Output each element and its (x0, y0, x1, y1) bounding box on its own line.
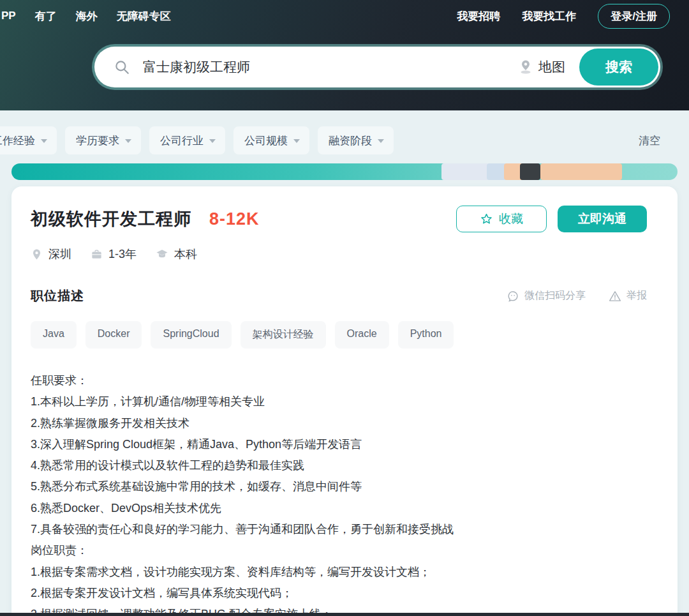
nav-item[interactable]: 海外 (76, 9, 98, 24)
filter-label: 学历要求 (76, 133, 119, 148)
description-line: 任职要求： (31, 370, 647, 391)
job-detail-card: 初级软件开发工程师 8-12K 收藏 立即沟通 深圳 1-3年 本科 (11, 186, 678, 616)
chevron-down-icon (378, 139, 384, 143)
filter-dropdowns: 工作经验 学历要求 公司行业 公司规模 融资阶段 (0, 126, 394, 154)
filter-dropdown[interactable]: 融资阶段 (318, 126, 394, 154)
top-header: PP有了海外无障碍专区 我要招聘我要找工作 登录/注册 地图 (0, 0, 689, 110)
top-nav: PP有了海外无障碍专区 我要招聘我要找工作 登录/注册 (0, 0, 689, 28)
wechat-share-button[interactable]: 微信扫码分享 (507, 289, 586, 303)
location-pin-icon (31, 248, 43, 260)
nav-item[interactable]: 无障碍专区 (117, 9, 171, 24)
skill-tag: Oracle (335, 321, 389, 349)
search-row: 地图 搜索 (0, 47, 689, 87)
skill-tag: Java (31, 321, 77, 349)
clear-filters-button[interactable]: 清空 (639, 133, 660, 148)
nav-item[interactable]: 有了 (35, 9, 57, 24)
job-experience: 1-3年 (91, 246, 137, 262)
job-meta: 深圳 1-3年 本科 (31, 246, 647, 262)
description-line: 3.深入理解Spring Cloud框架，精通Java、Python等后端开发语… (31, 434, 647, 455)
description-line: 6.熟悉Docker、DevOps相关技术优先 (31, 498, 647, 519)
chevron-down-icon (41, 139, 47, 143)
star-icon (480, 213, 493, 226)
map-label: 地图 (538, 58, 565, 76)
skill-tag: 架构设计经验 (241, 321, 326, 349)
banner-illustration-shape (520, 163, 540, 180)
job-education: 本科 (156, 246, 197, 262)
chat-now-button[interactable]: 立即沟通 (558, 206, 647, 232)
filter-dropdown[interactable]: 公司规模 (233, 126, 309, 154)
job-salary: 8-12K (209, 209, 260, 229)
job-education-text: 本科 (174, 246, 197, 262)
chevron-down-icon (293, 139, 300, 143)
job-location: 深圳 (31, 246, 71, 262)
filter-label: 公司规模 (244, 133, 288, 148)
job-location-text: 深圳 (48, 246, 71, 262)
favorite-label: 收藏 (499, 211, 523, 227)
bottom-edge-bar (0, 613, 689, 616)
promo-banner (11, 163, 678, 180)
search-bar: 地图 搜索 (94, 47, 660, 87)
banner-illustration-shape (540, 163, 622, 180)
job-actions: 收藏 立即沟通 (456, 206, 647, 232)
description-line: 4.熟悉常用的设计模式以及软件工程的趋势和最佳实践 (31, 455, 647, 476)
map-pin-icon (518, 59, 533, 75)
favorite-button[interactable]: 收藏 (456, 206, 547, 232)
wechat-share-icon (507, 290, 519, 303)
description-line: 2.熟练掌握微服务开发相关技术 (31, 413, 647, 434)
filter-label: 融资阶段 (329, 133, 372, 148)
nav-right: 我要招聘我要找工作 登录/注册 (457, 4, 670, 29)
job-description: 任职要求：1.本科以上学历，计算机/通信/物理等相关专业2.熟练掌握微服务开发相… (31, 370, 647, 616)
login-register-button[interactable]: 登录/注册 (598, 4, 670, 29)
filter-dropdown[interactable]: 公司行业 (149, 126, 225, 154)
nav-item[interactable]: 我要招聘 (457, 9, 500, 24)
report-button[interactable]: 举报 (609, 289, 647, 303)
skill-tags: JavaDockerSpringCloud架构设计经验OraclePython (31, 321, 647, 349)
search-button[interactable]: 搜索 (579, 49, 658, 86)
wechat-share-label: 微信扫码分享 (524, 289, 586, 303)
description-line: 5.熟悉分布式系统基础设施中常用的技术，如缓存、消息中间件等 (31, 476, 647, 497)
search-icon (114, 59, 130, 75)
skill-tag: SpringCloud (151, 321, 231, 349)
job-title-row: 初级软件开发工程师 8-12K 收藏 立即沟通 (31, 206, 647, 232)
description-line: 岗位职责： (31, 540, 647, 561)
skill-tag: Python (398, 321, 454, 349)
job-experience-text: 1-3年 (108, 246, 137, 262)
description-header: 职位描述 微信扫码分享 举报 (31, 287, 647, 304)
nav-item[interactable]: PP (1, 10, 16, 22)
job-title: 初级软件开发工程师 (31, 207, 191, 230)
search-input[interactable] (143, 59, 518, 75)
section-title: 职位描述 (31, 287, 84, 304)
description-line: 1.本科以上学历，计算机/通信/物理等相关专业 (31, 391, 647, 412)
chevron-down-icon (209, 139, 216, 143)
description-line: 7.具备较强的责任心和良好的学习能力、善于沟通和团队合作，勇于创新和接受挑战 (31, 519, 647, 540)
warning-triangle-icon (609, 290, 621, 303)
nav-right-links: 我要招聘我要找工作 (457, 9, 576, 24)
skill-tag: Docker (85, 321, 142, 349)
filter-dropdown[interactable]: 学历要求 (65, 126, 141, 154)
nav-item[interactable]: 我要找工作 (522, 9, 576, 24)
map-toggle[interactable]: 地图 (518, 58, 565, 76)
description-actions: 微信扫码分享 举报 (507, 289, 647, 303)
filter-label: 公司行业 (160, 133, 204, 148)
graduation-cap-icon (156, 248, 168, 260)
description-line: 2.根据专案开发设计文档，编写具体系统实现代码； (31, 583, 647, 604)
nav-left: PP有了海外无障碍专区 (0, 9, 171, 24)
filter-label: 工作经验 (0, 133, 35, 148)
page: PP有了海外无障碍专区 我要招聘我要找工作 登录/注册 地图 (0, 0, 689, 616)
filter-bar: 工作经验 学历要求 公司行业 公司规模 融资阶段 清空 (0, 126, 660, 154)
briefcase-icon (91, 248, 103, 260)
report-label: 举报 (626, 289, 647, 303)
description-line: 1.根据专案需求文档，设计功能实现方案、资料库结构等，编写开发设计文档； (31, 562, 647, 583)
chevron-down-icon (125, 139, 131, 143)
banner-illustration-shape (441, 163, 491, 180)
filter-dropdown[interactable]: 工作经验 (0, 126, 57, 154)
